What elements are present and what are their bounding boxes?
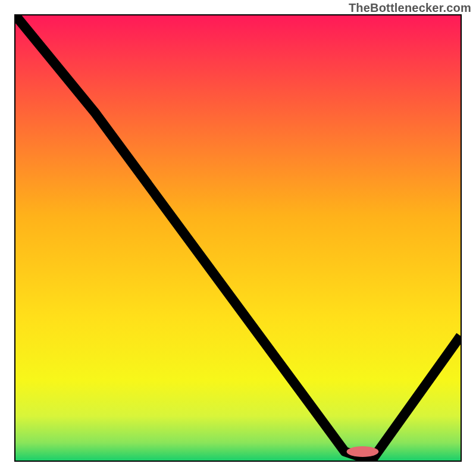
watermark-text: TheBottlenecker.com xyxy=(349,1,471,15)
optimal-marker xyxy=(347,446,379,457)
chart-svg xyxy=(15,15,461,461)
chart-plot-area xyxy=(14,14,462,462)
chart-background xyxy=(15,15,461,461)
